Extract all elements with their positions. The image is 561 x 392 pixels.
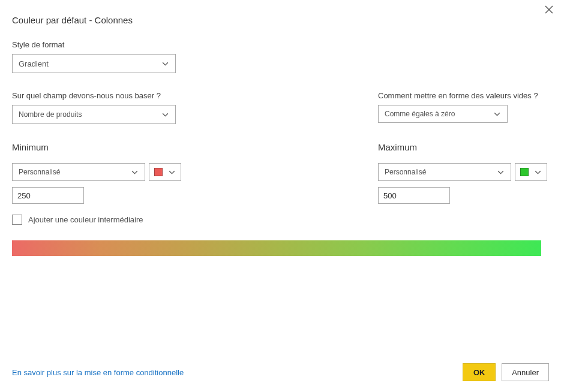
chevron-down-icon (493, 110, 501, 118)
dialog-title: Couleur par défaut - Colonnes (12, 15, 549, 25)
empty-values-label: Comment mettre en forme des valeurs vide… (378, 91, 549, 100)
maximum-color-picker[interactable] (515, 163, 547, 181)
minimum-color-picker[interactable] (149, 163, 181, 181)
chevron-down-icon (161, 111, 169, 119)
chevron-down-icon (168, 168, 176, 176)
mid-color-checkbox[interactable] (12, 215, 22, 225)
chevron-down-icon (534, 168, 542, 176)
maximum-heading: Maximum (378, 142, 549, 152)
mid-color-label: Ajouter une couleur intermédiaire (28, 215, 143, 224)
minimum-mode-select[interactable]: Personnalisé (12, 163, 145, 181)
learn-more-link[interactable]: En savoir plus sur la mise en forme cond… (12, 368, 184, 377)
based-on-value: Nombre de produits (19, 110, 82, 119)
maximum-mode-value: Personnalisé (385, 168, 426, 176)
close-icon (545, 5, 553, 14)
empty-values-value: Comme égales à zéro (385, 110, 455, 118)
minimum-value-input[interactable] (12, 187, 84, 204)
chevron-down-icon (497, 168, 505, 176)
chevron-down-icon (161, 60, 169, 68)
based-on-select[interactable]: Nombre de produits (12, 105, 176, 124)
chevron-down-icon (131, 168, 139, 176)
based-on-label: Sur quel champ devons-nous nous baser ? (12, 91, 378, 100)
minimum-color-swatch (154, 168, 163, 176)
maximum-mode-select[interactable]: Personnalisé (378, 163, 511, 181)
cancel-button[interactable]: Annuler (502, 363, 549, 381)
format-style-select[interactable]: Gradient (12, 54, 176, 73)
format-style-label: Style de format (12, 40, 549, 49)
maximum-value-input[interactable] (378, 187, 450, 204)
ok-button[interactable]: OK (463, 363, 496, 381)
gradient-preview (12, 240, 541, 256)
format-style-value: Gradient (19, 59, 49, 68)
minimum-mode-value: Personnalisé (19, 168, 60, 176)
close-button[interactable] (543, 4, 555, 16)
maximum-color-swatch (520, 168, 529, 176)
empty-values-select[interactable]: Comme égales à zéro (378, 105, 508, 123)
minimum-heading: Minimum (12, 142, 378, 152)
